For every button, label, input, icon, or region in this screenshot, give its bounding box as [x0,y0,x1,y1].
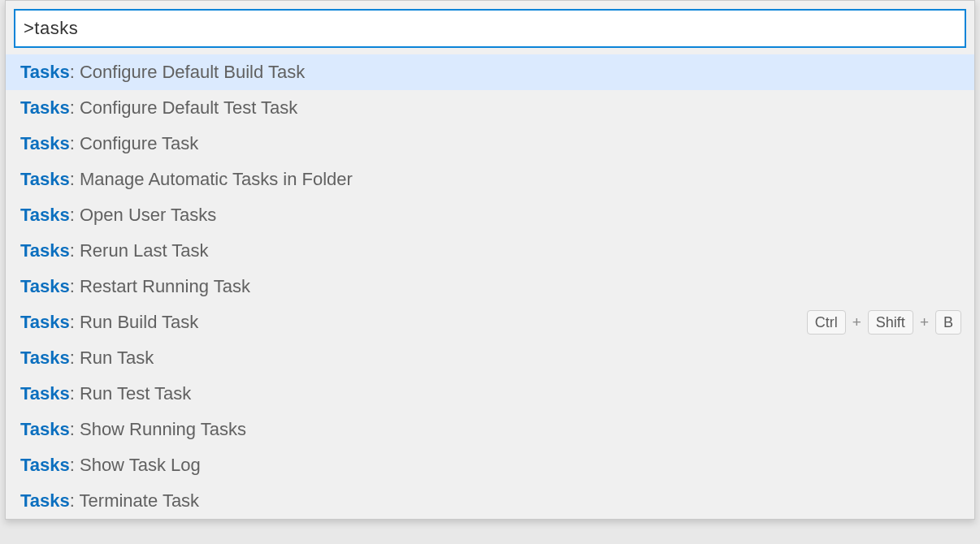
command-item[interactable]: Tasks: Configure Task [6,126,974,162]
command-item[interactable]: Tasks: Rerun Last Task [6,233,974,269]
command-item-label: Tasks: Configure Task [20,133,198,154]
command-item-label: Tasks: Run Task [20,348,154,369]
command-item-name: : Manage Automatic Tasks in Folder [70,169,353,189]
command-item-category: Tasks [20,276,70,296]
command-item-label: Tasks: Configure Default Test Task [20,97,297,119]
command-item-category: Tasks [20,490,70,511]
command-item-category: Tasks [20,455,70,475]
keybinding-key: B [935,310,961,335]
command-item-category: Tasks [20,348,70,368]
command-item-category: Tasks [20,169,70,189]
command-item[interactable]: Tasks: Run Test Task [6,376,974,412]
command-item-name: : Configure Task [70,133,199,153]
command-item-category: Tasks [20,419,70,439]
command-item-category: Tasks [20,240,70,261]
command-item-name: : Run Build Task [70,312,199,332]
command-item-category: Tasks [20,205,70,225]
command-item-category: Tasks [20,312,70,332]
command-item-label: Tasks: Manage Automatic Tasks in Folder [20,169,353,190]
command-item[interactable]: Tasks: Show Running Tasks [6,412,974,447]
command-item-label: Tasks: Show Running Tasks [20,419,246,440]
command-item-label: Tasks: Configure Default Build Task [20,62,305,83]
command-item[interactable]: Tasks: Run Task [6,340,974,376]
command-item[interactable]: Tasks: Run Build TaskCtrl+Shift+B [6,304,974,340]
command-item-label: Tasks: Rerun Last Task [20,240,209,261]
keybinding-key: Ctrl [807,310,846,335]
command-item-name: : Terminate Task [70,490,199,511]
command-item-name: : Run Task [70,348,154,368]
command-item[interactable]: Tasks: Open User Tasks [6,197,974,233]
command-item-label: Tasks: Open User Tasks [20,205,216,226]
command-item[interactable]: Tasks: Restart Running Task [6,269,974,304]
command-item-label: Tasks: Terminate Task [20,490,199,512]
command-item-label: Tasks: Restart Running Task [20,276,250,297]
command-item-name: : Show Running Tasks [70,419,246,439]
command-palette: Tasks: Configure Default Build TaskTasks… [5,0,975,520]
command-item-name: : Run Test Task [70,383,192,404]
keybinding-separator: + [852,313,861,331]
command-item[interactable]: Tasks: Terminate Task [6,483,974,519]
command-input-wrapper [6,1,974,54]
command-item-name: : Restart Running Task [70,276,250,296]
command-item[interactable]: Tasks: Configure Default Test Task [6,90,974,126]
command-item-name: : Configure Default Test Task [70,97,297,118]
command-item-category: Tasks [20,62,70,82]
command-item-category: Tasks [20,97,70,118]
keybinding: Ctrl+Shift+B [807,310,961,335]
command-item-category: Tasks [20,133,70,153]
command-item[interactable]: Tasks: Show Task Log [6,447,974,483]
command-item-label: Tasks: Run Build Task [20,312,198,333]
keybinding-key: Shift [868,310,913,335]
command-item[interactable]: Tasks: Configure Default Build Task [6,54,974,90]
command-item-name: : Rerun Last Task [70,240,209,261]
command-item-name: : Open User Tasks [70,205,217,225]
command-input[interactable] [14,9,966,48]
command-item-name: : Show Task Log [70,455,201,475]
command-item-label: Tasks: Show Task Log [20,455,201,476]
keybinding-separator: + [920,313,929,331]
command-item-label: Tasks: Run Test Task [20,383,191,404]
command-item-category: Tasks [20,383,70,404]
command-item[interactable]: Tasks: Manage Automatic Tasks in Folder [6,162,974,197]
command-item-name: : Configure Default Build Task [70,62,305,82]
command-results-list: Tasks: Configure Default Build TaskTasks… [6,54,974,519]
